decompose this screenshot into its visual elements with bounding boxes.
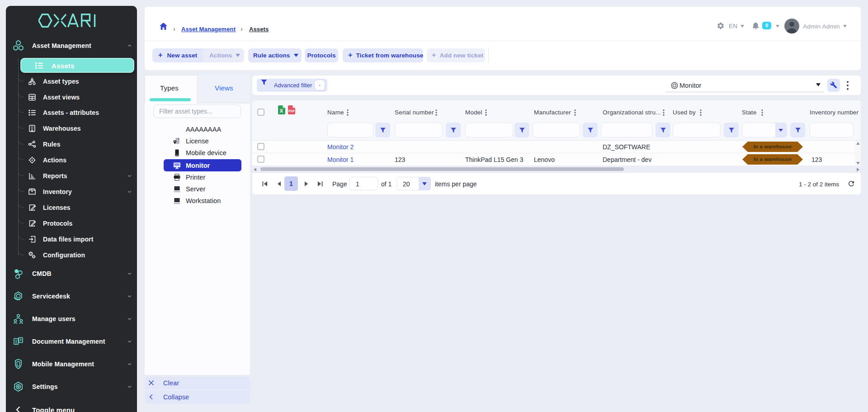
svg-text:PDF: PDF <box>288 109 295 113</box>
svg-text:X: X <box>280 108 283 114</box>
